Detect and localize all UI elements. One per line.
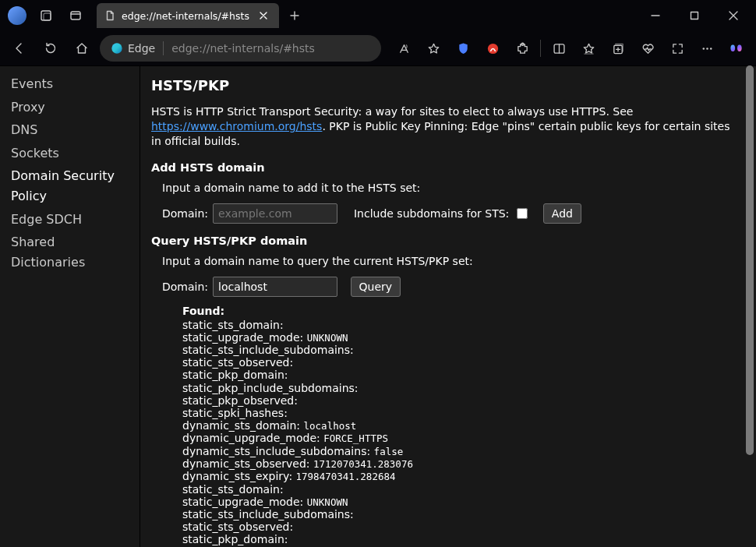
address-bar[interactable]: Edge edge://net-internals/#hsts — [100, 35, 381, 62]
extensions-icon[interactable] — [509, 35, 535, 62]
new-tab-button[interactable] — [284, 5, 306, 26]
window-maximize-button[interactable] — [677, 2, 712, 29]
sidebar: EventsProxyDNSSocketsDomain Security Pol… — [0, 66, 140, 547]
add-domain-input[interactable] — [213, 203, 337, 224]
scrollbar-track[interactable] — [744, 65, 755, 541]
result-line: static_sts_include_subdomains: — [182, 344, 736, 356]
sidebar-item-proxy[interactable]: Proxy — [0, 96, 140, 119]
result-line: static_sts_observed: — [182, 521, 736, 533]
result-line: static_sts_observed: — [182, 356, 736, 369]
page-content: EventsProxyDNSSocketsDomain Security Pol… — [0, 65, 756, 547]
add-section-heading: Add HSTS domain — [151, 161, 736, 174]
result-line: static_pkp_domain: — [182, 533, 736, 545]
sidebar-item-events[interactable]: Events — [0, 72, 140, 96]
main-panel: HSTS/PKP HSTS is HTTP Strict Transport S… — [140, 66, 756, 547]
chromium-hsts-link[interactable]: https://www.chromium.org/hsts — [151, 120, 322, 132]
shield-extension-icon[interactable] — [450, 35, 476, 62]
screenshot-icon[interactable] — [664, 35, 691, 62]
window-minimize-button[interactable] — [638, 2, 673, 29]
home-button[interactable] — [69, 35, 95, 62]
tab-title: edge://net-internals/#hsts — [122, 10, 249, 22]
query-button[interactable]: Query — [351, 277, 401, 297]
result-line: static_pkp_domain: — [182, 369, 736, 381]
adblock-extension-icon[interactable] — [479, 35, 506, 62]
result-line: static_sts_domain: — [182, 483, 736, 496]
sidebar-item-domain-security-policy[interactable]: Domain Security Policy — [0, 164, 140, 207]
browser-tab[interactable]: edge://net-internals/#hsts — [97, 3, 279, 28]
result-line: static_spki_hashes: — [182, 407, 736, 419]
result-line: dynamic_sts_expiry: 1798470341.282684 — [182, 470, 736, 482]
add-domain-label: Domain: — [162, 207, 208, 220]
page-icon — [104, 10, 115, 21]
add-form-row: Domain: Include subdomains for STS: Add — [162, 203, 736, 224]
copilot-icon[interactable] — [723, 35, 750, 62]
collections-icon[interactable] — [605, 35, 631, 62]
result-line: dynamic_sts_include_subdomains: false — [182, 445, 736, 457]
result-line: dynamic_sts_domain: localhost — [182, 419, 736, 432]
result-line: static_pkp_include_subdomains: — [182, 382, 736, 394]
query-domain-label: Domain: — [162, 281, 208, 293]
tab-close-button[interactable] — [256, 8, 271, 23]
sidebar-item-edge-sdch[interactable]: Edge SDCH — [0, 208, 140, 231]
result-line: dynamic_upgrade_mode: FORCE_HTTPS — [182, 432, 736, 444]
svg-point-4 — [111, 43, 122, 53]
titlebar: edge://net-internals/#hsts — [0, 0, 756, 31]
query-domain-input[interactable] — [213, 277, 337, 297]
query-results: Found: static_sts_domain:static_upgrade_… — [182, 305, 736, 547]
refresh-button[interactable] — [37, 35, 64, 62]
site-identity[interactable]: Edge — [111, 42, 155, 55]
more-menu-button[interactable] — [694, 35, 720, 62]
query-hint: Input a domain name to query the current… — [162, 255, 736, 267]
sidebar-item-dns[interactable]: DNS — [0, 118, 140, 142]
result-line: static_pkp_observed: — [182, 394, 736, 407]
scrollbar-thumb[interactable] — [746, 65, 754, 455]
found-label: Found: — [182, 305, 736, 317]
tab-actions-icon[interactable] — [62, 2, 89, 29]
intro-pre: HSTS is HTTP Strict Transport Security: … — [151, 105, 633, 118]
workspaces-icon[interactable] — [33, 2, 59, 29]
svg-point-9 — [702, 48, 704, 49]
window-close-button[interactable] — [715, 2, 751, 29]
query-form-row: Domain: Query — [162, 277, 736, 297]
svg-rect-0 — [41, 11, 51, 20]
back-button[interactable] — [6, 35, 33, 62]
svg-rect-3 — [691, 12, 698, 19]
url-text: edge://net-internals/#hsts — [171, 42, 315, 55]
favorites-icon[interactable] — [420, 35, 447, 62]
favorites-bar-icon[interactable] — [575, 35, 602, 62]
svg-point-11 — [709, 48, 711, 49]
result-line: static_sts_domain: — [182, 319, 736, 331]
addr-divider — [163, 41, 164, 55]
intro-text: HSTS is HTTP Strict Transport Security: … — [151, 104, 736, 149]
brand-label: Edge — [128, 42, 155, 55]
health-icon[interactable] — [634, 35, 661, 62]
add-button[interactable]: Add — [543, 203, 581, 224]
query-section-heading: Query HSTS/PKP domain — [151, 235, 736, 247]
svg-point-10 — [706, 48, 708, 49]
result-line: static_sts_include_subdomains: — [182, 508, 736, 521]
page-title: HSTS/PKP — [151, 77, 736, 94]
tabstrip: edge://net-internals/#hsts — [97, 3, 306, 28]
split-screen-icon[interactable] — [546, 35, 572, 62]
svg-rect-1 — [44, 13, 51, 20]
toolbar-right — [386, 35, 750, 62]
result-line: static_upgrade_mode: UNKNOWN — [182, 496, 736, 508]
result-line: static_upgrade_mode: UNKNOWN — [182, 331, 736, 344]
toolbar-divider — [540, 40, 541, 57]
sidebar-item-shared-dictionaries[interactable]: Shared Dictionaries — [0, 231, 140, 274]
add-hint: Input a domain name to add it to the HST… — [162, 182, 736, 194]
result-line: dynamic_sts_observed: 1712070341.283076 — [182, 457, 736, 470]
read-aloud-icon[interactable] — [390, 35, 417, 62]
profile-avatar[interactable] — [8, 6, 26, 25]
svg-rect-2 — [71, 12, 80, 19]
include-subdomains-checkbox[interactable] — [517, 208, 528, 219]
sidebar-item-sockets[interactable]: Sockets — [0, 142, 140, 165]
include-subdomains-label: Include subdomains for STS: — [354, 207, 509, 220]
browser-toolbar: Edge edge://net-internals/#hsts — [0, 31, 756, 65]
